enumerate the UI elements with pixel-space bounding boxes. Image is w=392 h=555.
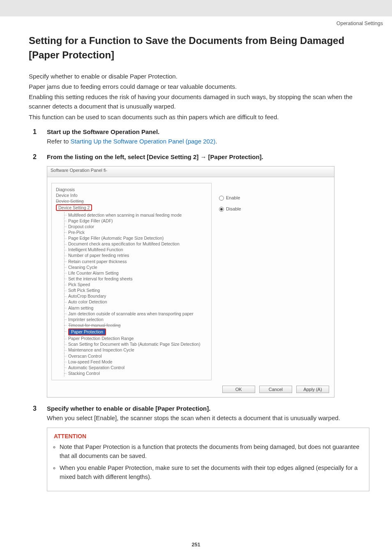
intro-line: Enabling this setting reduces the risk o… xyxy=(29,92,369,111)
tree-item[interactable]: Overscan Control xyxy=(64,353,208,359)
step-title: From the listing on the left, select [De… xyxy=(47,153,369,160)
tree-item[interactable]: Pick Speed xyxy=(64,282,208,288)
tree-root-item[interactable]: Device Setting xyxy=(56,198,208,204)
tree-item[interactable]: Pre-Pick xyxy=(64,229,208,235)
tree-root-item[interactable]: Device Info xyxy=(56,192,208,198)
step-text: . xyxy=(215,138,217,145)
tree-item[interactable]: Imprinter selection xyxy=(64,317,208,322)
step-title: Specify whether to enable or disable [Pa… xyxy=(47,405,369,412)
apply-button[interactable]: Apply (A) xyxy=(296,386,329,393)
radio-label: Enable xyxy=(226,195,240,200)
step-2: From the listing on the left, select [De… xyxy=(41,153,369,398)
tree-item[interactable]: Number of paper feeding retries xyxy=(64,253,208,259)
tree-root-item[interactable]: Diagnosis xyxy=(56,187,208,192)
cancel-button[interactable]: Cancel xyxy=(259,386,292,393)
tree-item[interactable]: Retain current paper thickness xyxy=(64,259,208,264)
step-text: Refer to xyxy=(47,138,71,145)
tree-item[interactable]: Set the interval for feeding sheets xyxy=(64,276,208,282)
tree-item[interactable]: Paper Protection Detection Range xyxy=(64,336,208,342)
tree-item[interactable]: Alarm setting xyxy=(64,305,208,311)
tree-item[interactable]: Auto color Detection xyxy=(64,299,208,305)
tree-item[interactable]: Scan Setting for Document with Tab (Auto… xyxy=(64,342,208,347)
page-title: Setting for a Function to Save the Docum… xyxy=(29,34,369,62)
radio-label: Disable xyxy=(226,206,241,211)
ok-button[interactable]: OK xyxy=(222,386,255,393)
attention-item: Note that Paper Protection is a function… xyxy=(60,443,362,461)
tree-item[interactable]: Automatic Separation Control xyxy=(64,365,208,370)
tree-item[interactable]: Multifeed detection when scanning in man… xyxy=(64,212,208,218)
tree-item[interactable]: Jam detection outside of scannable area … xyxy=(64,311,208,317)
tree-item[interactable]: Life Counter Alarm Setting xyxy=(64,270,208,276)
radio-icon xyxy=(219,196,224,201)
step-body: When you select [Enable], the scanner st… xyxy=(47,413,369,423)
attention-label: ATTENTION xyxy=(54,433,362,439)
breadcrumb: Operational Settings xyxy=(0,16,392,34)
window-titlebar: Software Operation Panel fi- xyxy=(47,166,334,177)
tree-item-selected[interactable]: Paper Protection xyxy=(64,328,208,336)
tree-item[interactable]: Low-speed Feed Mode xyxy=(64,359,208,365)
page-number: 251 xyxy=(0,542,392,548)
attention-item: When you enable Paper Protection, make s… xyxy=(60,464,362,482)
tree-item[interactable]: Dropout color xyxy=(64,224,208,229)
dialog-button-row: OK Cancel Apply (A) xyxy=(47,383,334,397)
radio-icon xyxy=(219,207,224,212)
tree-item[interactable]: Stacking Control xyxy=(64,370,208,376)
screenshot-panel: Software Operation Panel fi- Diagnosis D… xyxy=(47,166,334,398)
step-body: Refer to Starting Up the Software Operat… xyxy=(47,136,369,146)
tree-item[interactable]: Document check area specification for Mu… xyxy=(64,241,208,247)
settings-tree-pane: Diagnosis Device Info Device Setting Dev… xyxy=(51,183,212,380)
selected-label: Paper Protection xyxy=(68,328,106,335)
options-pane: Enable Disable xyxy=(219,183,241,380)
tree-item[interactable]: Maintenance and Inspection Cycle xyxy=(64,347,208,353)
radio-enable[interactable]: Enable xyxy=(219,195,241,201)
tree-item[interactable]: AutoCrop Boundary xyxy=(64,294,208,299)
cross-ref-link[interactable]: Starting Up the Software Operation Panel… xyxy=(71,138,216,145)
tree-item[interactable]: Soft Pick Setting xyxy=(64,288,208,294)
step-3: Specify whether to enable or disable [Pa… xyxy=(41,405,369,491)
tree-item[interactable]: Cleaning Cycle xyxy=(64,264,208,270)
intro-line: This function can be used to scan docume… xyxy=(29,112,369,122)
top-bar xyxy=(0,0,392,16)
tree-item[interactable]: Page Edge Filler (Automatic Page Size De… xyxy=(64,236,208,241)
step-1: Start up the Software Operation Panel. R… xyxy=(41,128,369,146)
radio-disable[interactable]: Disable xyxy=(219,206,241,212)
step-title: Start up the Software Operation Panel. xyxy=(47,128,369,135)
tree-item[interactable]: Timeout for manual feeding xyxy=(64,322,208,328)
intro-block: Specify whether to enable or disable Pap… xyxy=(29,72,369,122)
intro-line: Paper jams due to feeding errors could d… xyxy=(29,82,369,91)
tree-item[interactable]: Page Edge Filler (ADF) xyxy=(64,218,208,224)
intro-line: Specify whether to enable or disable Pap… xyxy=(29,72,369,81)
tree-item[interactable]: Intelligent Multifeed Function xyxy=(64,247,208,253)
settings-tree: Multifeed detection when scanning in man… xyxy=(56,212,208,377)
tree-root-highlight[interactable]: Device Setting 2 xyxy=(56,204,92,211)
attention-box: ATTENTION Note that Paper Protection is … xyxy=(47,428,369,491)
